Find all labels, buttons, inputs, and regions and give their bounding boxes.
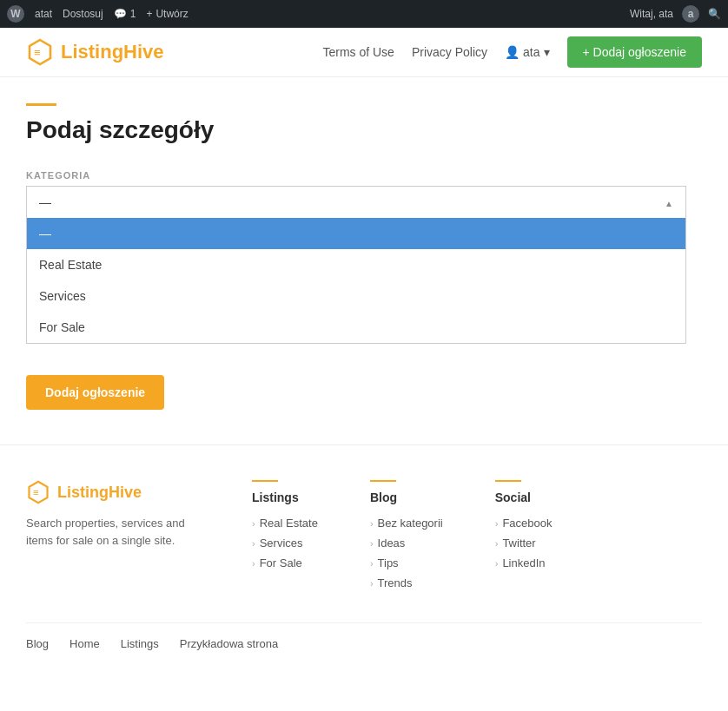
footer-top: ≡ ListingHive Search properties, service… bbox=[26, 480, 702, 596]
dropdown-trigger[interactable]: — bbox=[26, 186, 686, 218]
dropdown-selected-value: — bbox=[39, 195, 51, 209]
footer-blog-list: › Bez kategorii › Ideas › Tips bbox=[370, 517, 443, 589]
list-item: › Services bbox=[252, 537, 318, 550]
logo-text: ListingHive bbox=[61, 41, 164, 63]
link-label: LinkedIn bbox=[502, 556, 545, 569]
admin-bar-right: Witaj, ata a 🔍 bbox=[630, 5, 721, 23]
kategoria-section: KATEGORIA — — Real Estate Services For S… bbox=[26, 170, 686, 218]
link-label: For Sale bbox=[260, 556, 302, 569]
chevron-icon: › bbox=[495, 558, 499, 569]
logo-link[interactable]: ≡ ListingHive bbox=[26, 38, 164, 66]
chevron-icon: › bbox=[370, 558, 374, 569]
greet-label: Witaj, ata bbox=[630, 8, 673, 20]
blog-bez-kategorii-link[interactable]: › Bez kategorii bbox=[370, 517, 443, 530]
customize-label: Dostosuj bbox=[63, 8, 103, 20]
site-name-label: atat bbox=[35, 8, 52, 20]
admin-bar: W atat Dostosuj 💬 1 + Utwórz Witaj, ata … bbox=[0, 0, 728, 28]
link-label: Trends bbox=[378, 576, 413, 589]
chevron-icon: › bbox=[370, 518, 374, 529]
footer-listings-accent bbox=[252, 480, 278, 482]
privacy-link[interactable]: Privacy Policy bbox=[412, 45, 487, 59]
comments-button[interactable]: 💬 1 bbox=[114, 8, 136, 20]
list-item: › Tips bbox=[370, 556, 443, 569]
listings-for-sale-link[interactable]: › For Sale bbox=[252, 556, 318, 569]
chevron-icon: › bbox=[495, 518, 499, 529]
chevron-down-icon: ▾ bbox=[544, 45, 550, 59]
wp-logo-button[interactable]: W bbox=[7, 5, 24, 23]
list-item: › Twitter bbox=[495, 537, 553, 550]
link-label: Tips bbox=[378, 556, 399, 569]
footer-blog-col: Blog › Bez kategorii › Ideas › bbox=[370, 480, 443, 596]
link-label: Real Estate bbox=[260, 517, 318, 530]
user-menu[interactable]: 👤 ata ▾ bbox=[505, 45, 549, 59]
footer-przykladowa-link[interactable]: Przykładowa strona bbox=[180, 637, 278, 650]
footer-social-accent bbox=[495, 480, 521, 482]
blog-ideas-link[interactable]: › Ideas bbox=[370, 537, 443, 550]
comments-count: 1 bbox=[130, 8, 136, 20]
search-icon[interactable]: 🔍 bbox=[708, 8, 721, 20]
footer-logo: ≡ ListingHive bbox=[26, 480, 200, 504]
footer-home-link[interactable]: Home bbox=[69, 637, 100, 650]
link-label: Twitter bbox=[502, 537, 535, 550]
list-item: › Real Estate bbox=[252, 517, 318, 530]
user-avatar[interactable]: a bbox=[682, 5, 699, 23]
plus-icon: + bbox=[146, 8, 152, 20]
footer-listings-heading: Listings bbox=[252, 490, 318, 504]
svg-text:≡: ≡ bbox=[33, 487, 39, 497]
dropdown-option-services[interactable]: Services bbox=[27, 280, 685, 312]
footer-bottom: Blog Home Listings Przykładowa strona bbox=[26, 622, 702, 650]
footer-blog-accent bbox=[370, 480, 396, 482]
kategoria-dropdown[interactable]: — — Real Estate Services For Sale bbox=[26, 186, 686, 218]
list-item: › LinkedIn bbox=[495, 556, 553, 569]
page-title: Podaj szczegóły bbox=[26, 116, 686, 144]
blog-trends-link[interactable]: › Trends bbox=[370, 576, 443, 589]
footer-blog-link[interactable]: Blog bbox=[26, 637, 49, 650]
main-nav: Terms of Use Privacy Policy 👤 ata ▾ + Do… bbox=[322, 36, 702, 68]
chevron-icon: › bbox=[370, 538, 374, 549]
listings-real-estate-link[interactable]: › Real Estate bbox=[252, 517, 318, 530]
chevron-icon: › bbox=[495, 538, 499, 549]
chevron-up-icon bbox=[665, 195, 673, 209]
comments-icon: 💬 bbox=[114, 8, 127, 20]
new-content-button[interactable]: + Utwórz bbox=[146, 8, 188, 20]
site-footer: ≡ ListingHive Search properties, service… bbox=[0, 444, 728, 668]
main-content: Podaj szczegóły KATEGORIA — — Real Estat… bbox=[0, 77, 712, 444]
chevron-icon: › bbox=[370, 578, 374, 589]
terms-link[interactable]: Terms of Use bbox=[322, 45, 394, 59]
kategoria-label: KATEGORIA bbox=[26, 170, 686, 181]
footer-social-heading: Social bbox=[495, 490, 553, 504]
list-item: › Trends bbox=[370, 576, 443, 589]
listings-services-link[interactable]: › Services bbox=[252, 537, 318, 550]
submit-button[interactable]: Dodaj ogłoszenie bbox=[26, 375, 164, 410]
add-listing-button[interactable]: + Dodaj ogłoszenie bbox=[567, 36, 702, 68]
list-item: › Ideas bbox=[370, 537, 443, 550]
link-label: Facebook bbox=[502, 517, 552, 530]
footer-logo-icon: ≡ bbox=[26, 480, 50, 504]
blog-tips-link[interactable]: › Tips bbox=[370, 556, 443, 569]
footer-listings-col: Listings › Real Estate › Services bbox=[252, 480, 318, 596]
footer-social-col: Social › Facebook › Twitter › bbox=[495, 480, 553, 596]
footer-listings-list: › Real Estate › Services › For Sale bbox=[252, 517, 318, 569]
footer-social-list: › Facebook › Twitter › LinkedIn bbox=[495, 517, 553, 569]
link-label: Ideas bbox=[378, 537, 406, 550]
list-item: › Bez kategorii bbox=[370, 517, 443, 530]
dropdown-list: — Real Estate Services For Sale bbox=[26, 218, 686, 344]
site-name-button[interactable]: atat bbox=[35, 8, 52, 20]
twitter-link[interactable]: › Twitter bbox=[495, 537, 553, 550]
dropdown-option-none[interactable]: — bbox=[27, 218, 685, 249]
customize-button[interactable]: Dostosuj bbox=[63, 8, 103, 20]
dropdown-option-for-sale[interactable]: For Sale bbox=[27, 312, 685, 343]
user-icon: 👤 bbox=[505, 45, 520, 59]
footer-listings-link[interactable]: Listings bbox=[121, 637, 159, 650]
site-header: ≡ ListingHive Terms of Use Privacy Polic… bbox=[0, 28, 728, 77]
dropdown-option-real-estate[interactable]: Real Estate bbox=[27, 249, 685, 280]
linkedin-link[interactable]: › LinkedIn bbox=[495, 556, 553, 569]
facebook-link[interactable]: › Facebook bbox=[495, 517, 553, 530]
page-accent bbox=[26, 103, 56, 106]
chevron-icon: › bbox=[252, 538, 255, 549]
logo-icon: ≡ bbox=[26, 38, 54, 66]
link-label: Services bbox=[260, 537, 303, 550]
list-item: › For Sale bbox=[252, 556, 318, 569]
chevron-icon: › bbox=[252, 558, 255, 569]
footer-logo-text: ListingHive bbox=[57, 484, 142, 502]
